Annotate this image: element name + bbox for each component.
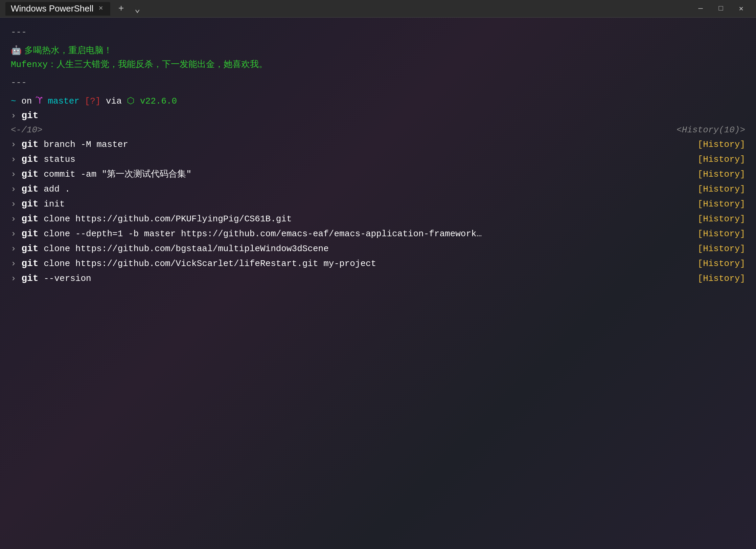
window: Windows PowerShell × + ⌄ — □ ✕ --- 🤖多喝热水… [0,0,756,549]
history-label-0[interactable]: [History] [698,138,745,151]
new-tab-button[interactable]: + [114,2,128,16]
git-command: git [21,109,38,123]
cmd-line-9: › git --version [History] [11,271,745,286]
history-label-3[interactable]: [History] [698,183,745,196]
close-button[interactable]: ✕ [732,2,751,16]
active-tab[interactable]: Windows PowerShell × [5,2,110,16]
cmd-line-3: › git add . [History] [11,182,745,196]
history-label-4[interactable]: [History] [698,198,745,211]
cmd-line-1: › git status [History] [11,152,745,167]
prompt-question: [?] [85,95,101,108]
prompt-on: on [21,95,32,108]
prompt-version: v22.6.0 [140,95,177,108]
prompt-branch-icon: ϓ [37,95,43,108]
titlebar: Windows PowerShell × + ⌄ — □ ✕ [0,0,756,18]
prompt-line: ~ on ϓ master [?] via ⬡ v22.6.0 [11,95,745,108]
range-display: <-/10> [11,124,43,137]
prompt-tilde: ~ [11,95,16,108]
history-label-5[interactable]: [History] [698,213,745,226]
separator-line-1: --- [11,26,745,39]
history-label-9[interactable]: [History] [698,272,745,285]
prompt-master: master [48,95,79,108]
emoji-line: 🤖多喝热水，重启电脑！ [11,44,745,58]
cmd-line-5: › git clone https://github.com/PKUFlying… [11,212,745,226]
history-label-1[interactable]: [History] [698,153,745,166]
prompt-via: via [106,95,122,108]
mufenxy-line: Mufenxy：人生三大错觉，我能反杀，下一发能出金，她喜欢我。 [11,58,745,71]
cmd-line-8: › git clone https://github.com/VickScarl… [11,257,745,271]
emoji-icon: 🤖 [11,44,22,58]
history-count: <History(10)> [677,124,745,137]
prompt-node-icon: ⬡ [127,95,135,108]
window-controls: — □ ✕ [691,2,751,16]
titlebar-left: Windows PowerShell × + ⌄ [5,2,691,16]
minimize-button[interactable]: — [691,2,710,16]
close-tab-button[interactable]: × [97,5,105,13]
history-label-8[interactable]: [History] [698,257,745,270]
separator-line-2: --- [11,76,745,89]
mufenxy-text: Mufenxy：人生三大错觉，我能反杀，下一发能出金，她喜欢我。 [11,58,268,71]
history-label-2[interactable]: [History] [698,168,745,181]
cmd-line-4: › git init [History] [11,197,745,211]
range-history-line: <-/10> <History(10)> [11,124,745,137]
tab-dropdown-button[interactable]: ⌄ [131,2,144,16]
maximize-button[interactable]: □ [711,2,730,16]
tab-title: Windows PowerShell [11,3,93,14]
tab-controls: + ⌄ [114,2,144,16]
history-label-7[interactable]: [History] [698,242,745,256]
terminal-body[interactable]: --- 🤖多喝热水，重启电脑！ Mufenxy：人生三大错觉，我能反杀，下一发能… [0,18,756,549]
cmd-line-7: › git clone https://github.com/bgstaal/m… [11,242,745,256]
cmd-line-2: › git commit -am "第一次测试代码合集" [History] [11,167,745,181]
cmd-line-6: › git clone --depth=1 -b master https://… [11,227,745,241]
cmd-line-0: › git branch -M master [History] [11,137,745,152]
git-command-line: › git [11,109,745,123]
history-label-6[interactable]: [History] [698,227,745,241]
chinese-text-1: 多喝热水，重启电脑！ [24,44,112,58]
